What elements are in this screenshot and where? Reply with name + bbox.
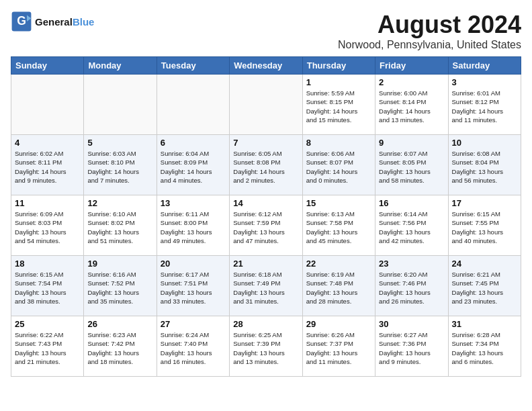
calendar-cell: 22Sunrise: 6:19 AM Sunset: 7:48 PM Dayli… bbox=[302, 256, 375, 316]
day-number: 11 bbox=[15, 198, 80, 208]
day-number: 25 bbox=[15, 319, 80, 329]
day-info: Sunrise: 6:02 AM Sunset: 8:11 PM Dayligh… bbox=[15, 149, 80, 185]
calendar-cell bbox=[11, 75, 84, 135]
calendar-cell: 8Sunrise: 6:06 AM Sunset: 8:07 PM Daylig… bbox=[302, 135, 375, 195]
day-info: Sunrise: 6:15 AM Sunset: 7:55 PM Dayligh… bbox=[452, 210, 517, 245]
calendar-cell: 9Sunrise: 6:07 AM Sunset: 8:05 PM Daylig… bbox=[375, 135, 448, 195]
weekday-header-wednesday: Wednesday bbox=[230, 57, 302, 75]
day-number: 7 bbox=[233, 138, 298, 148]
day-info: Sunrise: 6:24 AM Sunset: 7:40 PM Dayligh… bbox=[161, 330, 226, 366]
weekday-header-monday: Monday bbox=[84, 57, 157, 75]
calendar-cell: 13Sunrise: 6:11 AM Sunset: 8:00 PM Dayli… bbox=[157, 195, 229, 256]
calendar-cell: 29Sunrise: 6:26 AM Sunset: 7:37 PM Dayli… bbox=[302, 316, 375, 377]
day-info: Sunrise: 6:04 AM Sunset: 8:09 PM Dayligh… bbox=[161, 149, 226, 185]
calendar-cell: 20Sunrise: 6:17 AM Sunset: 7:51 PM Dayli… bbox=[157, 256, 229, 316]
day-info: Sunrise: 6:06 AM Sunset: 8:07 PM Dayligh… bbox=[306, 149, 371, 185]
day-number: 16 bbox=[379, 198, 444, 208]
calendar-cell: 24Sunrise: 6:21 AM Sunset: 7:45 PM Dayli… bbox=[448, 256, 521, 316]
day-number: 15 bbox=[306, 198, 371, 208]
svg-text:G: G bbox=[17, 14, 26, 28]
calendar-cell: 4Sunrise: 6:02 AM Sunset: 8:11 PM Daylig… bbox=[11, 135, 84, 195]
day-info: Sunrise: 6:00 AM Sunset: 8:14 PM Dayligh… bbox=[379, 89, 444, 124]
calendar-cell: 2Sunrise: 6:00 AM Sunset: 8:14 PM Daylig… bbox=[375, 75, 448, 135]
day-number: 24 bbox=[452, 259, 517, 269]
calendar-week-row: 1Sunrise: 5:59 AM Sunset: 8:15 PM Daylig… bbox=[11, 75, 521, 135]
calendar-cell: 6Sunrise: 6:04 AM Sunset: 8:09 PM Daylig… bbox=[157, 135, 229, 195]
day-number: 14 bbox=[233, 198, 298, 208]
calendar-week-row: 11Sunrise: 6:09 AM Sunset: 8:03 PM Dayli… bbox=[11, 195, 521, 256]
day-number: 4 bbox=[15, 138, 80, 148]
day-info: Sunrise: 6:03 AM Sunset: 8:10 PM Dayligh… bbox=[87, 149, 152, 185]
day-number: 6 bbox=[161, 138, 226, 148]
calendar-cell: 19Sunrise: 6:16 AM Sunset: 7:52 PM Dayli… bbox=[84, 256, 157, 316]
day-number: 30 bbox=[379, 319, 444, 329]
calendar-cell: 26Sunrise: 6:23 AM Sunset: 7:42 PM Dayli… bbox=[84, 316, 157, 377]
day-number: 18 bbox=[15, 259, 80, 269]
day-info: Sunrise: 6:20 AM Sunset: 7:46 PM Dayligh… bbox=[379, 270, 444, 306]
weekday-header-row: SundayMondayTuesdayWednesdayThursdayFrid… bbox=[11, 57, 521, 75]
month-year-title: August 2024 bbox=[338, 11, 521, 39]
calendar-cell: 7Sunrise: 6:05 AM Sunset: 8:08 PM Daylig… bbox=[230, 135, 302, 195]
day-number: 27 bbox=[161, 319, 226, 329]
calendar-cell: 15Sunrise: 6:13 AM Sunset: 7:58 PM Dayli… bbox=[302, 195, 375, 256]
day-info: Sunrise: 6:15 AM Sunset: 7:54 PM Dayligh… bbox=[15, 270, 80, 306]
day-number: 10 bbox=[452, 138, 517, 148]
calendar-week-row: 4Sunrise: 6:02 AM Sunset: 8:11 PM Daylig… bbox=[11, 135, 521, 195]
day-info: Sunrise: 6:11 AM Sunset: 8:00 PM Dayligh… bbox=[161, 210, 226, 245]
logo: G GeneralBlue bbox=[11, 11, 94, 32]
day-info: Sunrise: 6:17 AM Sunset: 7:51 PM Dayligh… bbox=[161, 270, 226, 306]
day-number: 1 bbox=[306, 77, 371, 87]
day-number: 26 bbox=[87, 319, 152, 329]
location-text: Norwood, Pennsylvania, United States bbox=[338, 39, 521, 51]
day-info: Sunrise: 6:01 AM Sunset: 8:12 PM Dayligh… bbox=[452, 89, 517, 124]
weekday-header-sunday: Sunday bbox=[11, 57, 84, 75]
day-info: Sunrise: 5:59 AM Sunset: 8:15 PM Dayligh… bbox=[306, 89, 371, 124]
calendar-cell: 16Sunrise: 6:14 AM Sunset: 7:56 PM Dayli… bbox=[375, 195, 448, 256]
day-number: 21 bbox=[233, 259, 298, 269]
day-number: 28 bbox=[233, 319, 298, 329]
day-number: 5 bbox=[87, 138, 152, 148]
calendar-week-row: 25Sunrise: 6:22 AM Sunset: 7:43 PM Dayli… bbox=[11, 316, 521, 377]
calendar-table: SundayMondayTuesdayWednesdayThursdayFrid… bbox=[11, 56, 521, 377]
calendar-cell bbox=[84, 75, 157, 135]
weekday-header-friday: Friday bbox=[375, 57, 448, 75]
title-block: August 2024 Norwood, Pennsylvania, Unite… bbox=[338, 11, 521, 51]
day-number: 22 bbox=[306, 259, 371, 269]
day-info: Sunrise: 6:28 AM Sunset: 7:34 PM Dayligh… bbox=[452, 330, 517, 366]
weekday-header-tuesday: Tuesday bbox=[157, 57, 229, 75]
calendar-cell: 11Sunrise: 6:09 AM Sunset: 8:03 PM Dayli… bbox=[11, 195, 84, 256]
calendar-cell bbox=[157, 75, 229, 135]
calendar-cell: 1Sunrise: 5:59 AM Sunset: 8:15 PM Daylig… bbox=[302, 75, 375, 135]
day-number: 2 bbox=[379, 77, 444, 87]
page-header: G GeneralBlue August 2024 Norwood, Penns… bbox=[11, 11, 521, 51]
day-info: Sunrise: 6:19 AM Sunset: 7:48 PM Dayligh… bbox=[306, 270, 371, 306]
day-number: 13 bbox=[161, 198, 226, 208]
day-info: Sunrise: 6:26 AM Sunset: 7:37 PM Dayligh… bbox=[306, 330, 371, 366]
day-info: Sunrise: 6:16 AM Sunset: 7:52 PM Dayligh… bbox=[87, 270, 152, 306]
day-number: 31 bbox=[452, 319, 517, 329]
calendar-cell: 23Sunrise: 6:20 AM Sunset: 7:46 PM Dayli… bbox=[375, 256, 448, 316]
calendar-cell: 5Sunrise: 6:03 AM Sunset: 8:10 PM Daylig… bbox=[84, 135, 157, 195]
day-number: 8 bbox=[306, 138, 371, 148]
day-info: Sunrise: 6:22 AM Sunset: 7:43 PM Dayligh… bbox=[15, 330, 80, 366]
day-info: Sunrise: 6:18 AM Sunset: 7:49 PM Dayligh… bbox=[233, 270, 298, 306]
day-info: Sunrise: 6:12 AM Sunset: 7:59 PM Dayligh… bbox=[233, 210, 298, 245]
day-info: Sunrise: 6:05 AM Sunset: 8:08 PM Dayligh… bbox=[233, 149, 298, 185]
day-info: Sunrise: 6:14 AM Sunset: 7:56 PM Dayligh… bbox=[379, 210, 444, 245]
calendar-cell: 27Sunrise: 6:24 AM Sunset: 7:40 PM Dayli… bbox=[157, 316, 229, 377]
day-info: Sunrise: 6:25 AM Sunset: 7:39 PM Dayligh… bbox=[233, 330, 298, 366]
calendar-week-row: 18Sunrise: 6:15 AM Sunset: 7:54 PM Dayli… bbox=[11, 256, 521, 316]
day-number: 3 bbox=[452, 77, 517, 87]
calendar-cell: 31Sunrise: 6:28 AM Sunset: 7:34 PM Dayli… bbox=[448, 316, 521, 377]
weekday-header-saturday: Saturday bbox=[448, 57, 521, 75]
day-number: 20 bbox=[161, 259, 226, 269]
logo-icon: G bbox=[11, 11, 32, 32]
calendar-cell: 21Sunrise: 6:18 AM Sunset: 7:49 PM Dayli… bbox=[230, 256, 302, 316]
day-info: Sunrise: 6:13 AM Sunset: 7:58 PM Dayligh… bbox=[306, 210, 371, 245]
calendar-cell: 18Sunrise: 6:15 AM Sunset: 7:54 PM Dayli… bbox=[11, 256, 84, 316]
day-number: 9 bbox=[379, 138, 444, 148]
calendar-cell: 30Sunrise: 6:27 AM Sunset: 7:36 PM Dayli… bbox=[375, 316, 448, 377]
calendar-cell: 14Sunrise: 6:12 AM Sunset: 7:59 PM Dayli… bbox=[230, 195, 302, 256]
day-number: 19 bbox=[87, 259, 152, 269]
day-info: Sunrise: 6:27 AM Sunset: 7:36 PM Dayligh… bbox=[379, 330, 444, 366]
